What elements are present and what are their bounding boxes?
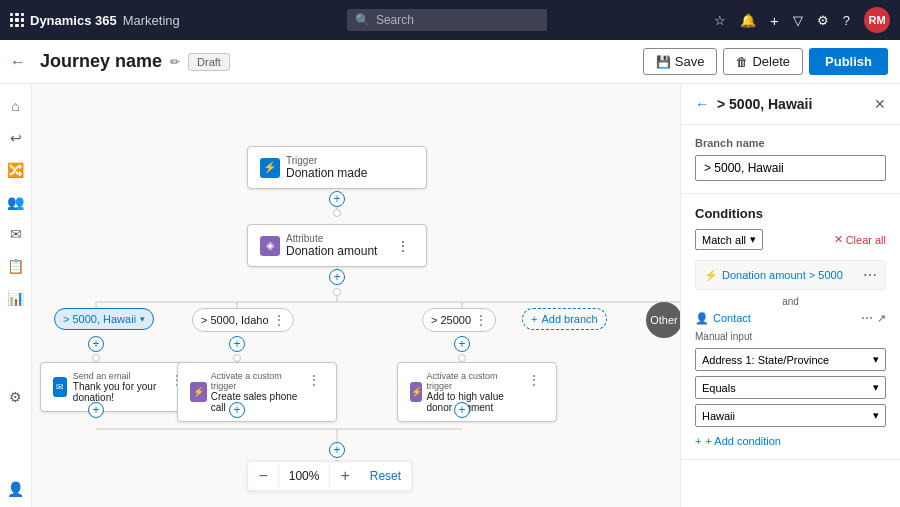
custom-icon-1: ⚡	[190, 382, 207, 402]
plus-below-b1[interactable]: +	[88, 336, 104, 352]
plus-below-action1[interactable]: +	[88, 402, 104, 418]
plus-below-b2[interactable]: +	[229, 336, 245, 352]
branch-name-section: Branch name	[681, 125, 900, 194]
attribute-menu[interactable]: ⋮	[392, 236, 414, 256]
branch-node-hawaii[interactable]: > 5000, Hawaii ▾	[54, 308, 154, 330]
zoom-in-button[interactable]: +	[330, 462, 359, 490]
sidebar-item-segment[interactable]: 👥	[2, 188, 30, 216]
contact-icon: 👤	[695, 312, 709, 325]
plus-below-b3[interactable]: +	[454, 336, 470, 352]
contact-menu[interactable]: ⋯	[861, 311, 873, 325]
draft-label: Draft	[197, 56, 221, 68]
plus-after-trigger[interactable]: +	[329, 191, 345, 207]
sidebar-item-forms[interactable]: 📋	[2, 252, 30, 280]
branch-name-label: Branch name	[695, 137, 886, 149]
trigger-name: Donation made	[286, 166, 367, 180]
header-actions: 💾 Save 🗑 Delete Publish	[643, 48, 888, 75]
contact-link[interactable]: Contact	[713, 312, 751, 324]
back-button[interactable]: ←	[4, 49, 32, 75]
condition-1: ⚡ Donation amount > 5000 ⋯	[695, 260, 886, 290]
delete-button[interactable]: 🗑 Delete	[723, 48, 803, 75]
external-link-icon[interactable]: ↗	[877, 312, 886, 325]
sidebar-item-users[interactable]: 👤	[2, 475, 30, 503]
condition-and: and	[695, 296, 886, 307]
grid-icon	[10, 13, 24, 27]
sidebar-item-journey[interactable]: 🔀	[2, 156, 30, 184]
other-label[interactable]: Other	[646, 302, 682, 338]
right-panel: ← > 5000, Hawaii ✕ Branch name Condition…	[680, 84, 900, 507]
top-navigation: Dynamics 365 Marketing 🔍 ☆ 🔔 + ▽ ⚙ ? RM	[0, 0, 900, 40]
hawaii-value: Hawaii	[702, 410, 735, 422]
connector-circle-1	[333, 209, 341, 217]
zoom-out-button[interactable]: −	[248, 462, 277, 490]
equals-dropdown[interactable]: Equals ▾	[695, 376, 886, 399]
other-branch-button[interactable]: Other	[646, 302, 682, 338]
branch-name-input[interactable]	[695, 155, 886, 181]
filter-icon[interactable]: ▽	[793, 13, 803, 28]
save-button[interactable]: 💾 Save	[643, 48, 718, 75]
hawaii-dropdown[interactable]: Hawaii ▾	[695, 404, 886, 427]
publish-button[interactable]: Publish	[809, 48, 888, 75]
branch-idaho-label: > 5000, Idaho	[201, 314, 269, 326]
app-logo: Dynamics 365 Marketing	[10, 13, 180, 28]
chevron-down-icon: ▾	[873, 353, 879, 366]
search-input[interactable]	[376, 13, 516, 27]
save-icon: 💾	[656, 55, 671, 69]
manual-input-label: Manual input	[695, 331, 886, 342]
add-condition-button[interactable]: + + Add condition	[695, 435, 886, 447]
email-action-name: Thank you for your donation!	[73, 381, 161, 403]
help-icon[interactable]: ?	[843, 13, 850, 28]
circle-b2	[233, 354, 241, 362]
plus-icon[interactable]: +	[770, 12, 779, 29]
pencil-icon[interactable]: ✏	[170, 55, 180, 69]
state-province-dropdown[interactable]: Address 1: State/Province ▾	[695, 348, 886, 371]
delete-icon: 🗑	[736, 55, 748, 69]
attribute-icon: ◈	[260, 236, 280, 256]
branch-node-idaho[interactable]: > 5000, Idaho ⋮	[192, 308, 294, 332]
email-action-label: Send an email	[73, 371, 161, 381]
condition-1-title[interactable]: ⚡ Donation amount > 5000	[704, 269, 843, 282]
avatar[interactable]: RM	[864, 7, 890, 33]
condition-icon: ⚡	[704, 269, 718, 282]
connector-circle-2	[333, 288, 341, 296]
sidebar-item-analytics[interactable]: 📊	[2, 284, 30, 312]
zoom-reset-button[interactable]: Reset	[360, 464, 411, 488]
sidebar-item-recent[interactable]: ↩	[2, 124, 30, 152]
state-province-value: Address 1: State/Province	[702, 354, 829, 366]
plus-below-action2[interactable]: +	[229, 402, 245, 418]
plus-after-attribute[interactable]: +	[329, 269, 345, 285]
branch-25000-menu[interactable]: ⋮	[475, 313, 487, 327]
add-branch-label[interactable]: + Add branch	[522, 308, 607, 330]
favorites-icon[interactable]: ☆	[714, 13, 726, 28]
sidebar-item-home[interactable]: ⌂	[2, 92, 30, 120]
custom1-menu[interactable]: ⋮	[304, 371, 324, 389]
condition-1-menu[interactable]: ⋯	[863, 267, 877, 283]
search-box[interactable]: 🔍	[347, 9, 547, 31]
add-branch-button[interactable]: + Add branch	[522, 308, 607, 330]
bell-icon[interactable]: 🔔	[740, 13, 756, 28]
add-condition-icon: +	[695, 435, 701, 447]
add-condition-label: + Add condition	[705, 435, 781, 447]
gear-icon[interactable]: ⚙	[817, 13, 829, 28]
trigger-node: ⚡ Trigger Donation made	[247, 146, 427, 189]
search-icon: 🔍	[355, 13, 370, 27]
clear-all-button[interactable]: ✕ Clear all	[834, 233, 886, 246]
equals-chevron-icon: ▾	[873, 381, 879, 394]
sidebar-item-email[interactable]: ✉	[2, 220, 30, 248]
email-icon: ✉	[53, 377, 67, 397]
branch-node-25000[interactable]: > 25000 ⋮	[422, 308, 496, 332]
panel-back-button[interactable]: ←	[695, 96, 709, 112]
panel-close-button[interactable]: ✕	[874, 96, 886, 112]
merge-plus[interactable]: +	[329, 442, 345, 458]
attribute-name: Donation amount	[286, 244, 377, 258]
plus-below-action3[interactable]: +	[454, 402, 470, 418]
clear-icon: ✕	[834, 233, 843, 246]
attribute-label: Attribute	[286, 233, 377, 244]
branch-hawaii-chevron: ▾	[140, 314, 145, 324]
subheader: ← Journey name ✏ Draft 💾 Save 🗑 Delete P…	[0, 40, 900, 84]
match-dropdown[interactable]: Match all ▾	[695, 229, 763, 250]
branch-idaho-menu[interactable]: ⋮	[273, 313, 285, 327]
app-title: Dynamics 365	[30, 13, 117, 28]
sidebar-item-settings[interactable]: ⚙	[2, 383, 30, 411]
custom2-menu[interactable]: ⋮	[524, 371, 544, 389]
